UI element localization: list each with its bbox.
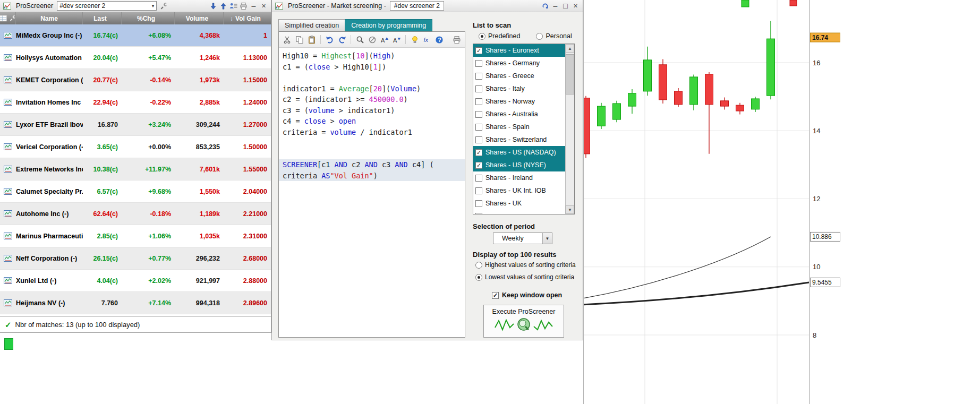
cell-volgain: 1.55000	[224, 166, 270, 173]
code-editor: AAfx? High10 = Highest[10](High)c1 = (cl…	[278, 31, 465, 338]
table-row[interactable]: Hollysys Automation ... 20.04(c) +5.47% …	[0, 47, 271, 69]
scan-list-item-partial[interactable]	[473, 210, 565, 214]
print-button[interactable]	[238, 1, 249, 11]
cell-last: 62.64(c)	[83, 210, 122, 218]
radio-highest-values[interactable]: Highest values of sorting criteria	[475, 261, 576, 269]
cell-volume: 1,246k	[175, 54, 224, 62]
period-dropdown[interactable]: Weekly ▼	[493, 233, 552, 244]
scan-list-item[interactable]: Shares - Switzerland	[473, 133, 565, 146]
table-header: Name Last %Chg Volume ↓Vol Gain	[0, 12, 271, 24]
header-volume[interactable]: Volume	[175, 12, 224, 24]
maximize-button[interactable]: □	[560, 1, 570, 11]
header-name[interactable]: Name	[16, 12, 83, 24]
radio-lowest-values[interactable]: Lowest values of sorting criteria	[475, 273, 576, 281]
scan-list-item[interactable]: Shares - UK Int. IOB	[473, 184, 565, 197]
execute-proscreener-button[interactable]: Execute ProScreener	[483, 305, 564, 338]
header-chg[interactable]: %Chg	[122, 12, 175, 24]
font-down-button[interactable]: A	[391, 34, 402, 45]
table-row[interactable]: Heijmans NV (-) 7.760 +7.14% 994,318 2.8…	[0, 292, 271, 314]
code-line: c4 = close > open	[279, 116, 465, 127]
table-row[interactable]: Xunlei Ltd (-) 4.04(c) +2.02% 921,997 2.…	[0, 270, 271, 292]
copy-button[interactable]	[294, 34, 305, 45]
undock-button[interactable]	[540, 1, 550, 11]
header-last[interactable]: Last	[83, 12, 122, 24]
cell-last: 22.94(c)	[83, 99, 122, 106]
table-row[interactable]: KEMET Corporation (-) 20.77(c) -0.14% 1,…	[0, 69, 271, 91]
cell-last: 16.74(c)	[83, 32, 122, 39]
row-icon-cell	[0, 255, 16, 262]
scan-list-item[interactable]: Shares - UK	[473, 197, 565, 210]
scrollbar-track[interactable]	[566, 53, 574, 205]
checkbox	[475, 187, 482, 194]
svg-text:10.886: 10.886	[812, 233, 832, 240]
scan-list-label: Shares - UK	[485, 200, 522, 207]
table-row[interactable]: Autohome Inc (-) 62.64(c) -0.18% 1,189k …	[0, 203, 271, 225]
keep-window-open-checkbox[interactable]: ✓ Keep window open	[492, 291, 562, 299]
fx-button[interactable]: fx	[421, 34, 432, 45]
row-icon-cell	[0, 121, 16, 128]
listbox-scrollbar[interactable]: ▲ ▼	[565, 44, 574, 214]
cell-name: Neff Corporation (-)	[16, 255, 83, 262]
table-row[interactable]: Neff Corporation (-) 26.15(c) +0.77% 296…	[0, 247, 271, 270]
tab-creation-by-programming[interactable]: Creation by programming	[345, 19, 432, 31]
radio-predefined[interactable]: Predefined	[479, 32, 520, 40]
check-icon: ✓	[5, 320, 12, 330]
cell-last: 20.04(c)	[83, 54, 122, 62]
header-volgain[interactable]: ↓Vol Gain	[224, 12, 270, 24]
font-up-button[interactable]: A	[379, 34, 390, 45]
cell-volume: 853,235	[175, 143, 224, 151]
paste-button[interactable]	[306, 34, 317, 45]
row-icon-cell	[0, 143, 16, 150]
zoom-button[interactable]	[354, 34, 365, 45]
table-row[interactable]: Lyxor ETF Brazil Ibove... 16.870 +3.24% …	[0, 114, 271, 136]
radio-dot	[475, 262, 482, 269]
scan-list-item[interactable]: ✓Shares - Euronext	[473, 44, 565, 57]
scroll-down-button[interactable]: ▼	[566, 205, 574, 214]
scan-list-item[interactable]: ✓Shares - US (NASDAQ)	[473, 146, 565, 159]
close-button[interactable]: ×	[259, 1, 269, 11]
table-row[interactable]: Extreme Networks Inc... 10.38(c) +11.97%…	[0, 158, 271, 180]
radio-dot	[475, 274, 482, 281]
cell-name: Hollysys Automation ...	[16, 54, 83, 62]
table-row[interactable]: Calumet Specialty Pr... 6.57(c) +9.68% 1…	[0, 180, 271, 203]
scroll-up-button[interactable]: ▲	[566, 44, 574, 53]
scrollbar-thumb[interactable]	[566, 54, 574, 94]
list-type-radios: Predefined Personal	[479, 32, 572, 40]
bulb-button[interactable]	[409, 34, 420, 45]
table-row[interactable]: MiMedx Group Inc (-) 16.74(c) +6.08% 4,3…	[0, 24, 271, 47]
radio-personal[interactable]: Personal	[536, 32, 572, 40]
scan-list-item[interactable]: Shares - Germany	[473, 57, 565, 70]
scan-list-item[interactable]: Shares - Greece	[473, 70, 565, 82]
table-row[interactable]: Vericel Corporation (-) 3.65(c) +0.00% 8…	[0, 136, 271, 158]
close-button[interactable]: ×	[570, 1, 581, 11]
print-button[interactable]	[451, 34, 462, 45]
minimize-button[interactable]: –	[550, 1, 560, 11]
scan-list-item[interactable]: Shares - Australia	[473, 108, 565, 121]
minimize-button[interactable]: –	[249, 1, 259, 11]
scan-list-item[interactable]: Shares - Ireland	[473, 171, 565, 184]
table-row[interactable]: Invitation Homes Inc ... 22.94(c) -0.22%…	[0, 91, 271, 114]
properties-wrench-button[interactable]	[159, 1, 169, 11]
results-window-title: ProScreener	[16, 2, 53, 10]
chart-panel[interactable]: 16141210816.7410.8869.5455	[583, 0, 980, 404]
move-down-button[interactable]	[208, 1, 218, 11]
period-value: Weekly	[493, 235, 542, 242]
help-button[interactable]: ?	[433, 34, 445, 45]
scan-list-item[interactable]: Shares - Italy	[473, 82, 565, 95]
cell-chg: +1.06%	[122, 233, 175, 240]
redo-button[interactable]	[336, 34, 347, 45]
undo-button[interactable]	[324, 34, 335, 45]
tab-simplified-creation[interactable]: Simplified creation	[278, 19, 345, 31]
screener-selector[interactable]: #dev screener 2 ▾	[57, 1, 157, 11]
code-area[interactable]: High10 = Highest[10](High)c1 = (close > …	[279, 48, 465, 337]
scan-list-item[interactable]: Shares - Spain	[473, 121, 565, 133]
cut-button[interactable]	[282, 34, 293, 45]
watchlist-button[interactable]	[228, 1, 238, 11]
table-row[interactable]: Marinus Pharmaceuti... 2.85(c) +1.06% 1,…	[0, 225, 271, 247]
move-up-button[interactable]	[218, 1, 228, 11]
disable-button[interactable]	[367, 34, 378, 45]
svg-text:16.74: 16.74	[812, 34, 828, 41]
scan-list-label: Shares - Australia	[485, 110, 538, 118]
scan-list-item[interactable]: ✓Shares - US (NYSE)	[473, 159, 565, 171]
scan-list-item[interactable]: Shares - Norway	[473, 95, 565, 108]
